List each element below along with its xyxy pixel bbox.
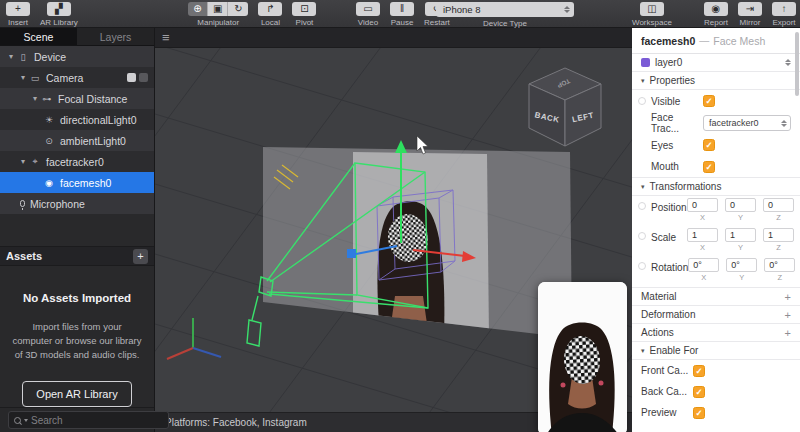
- toolbar-left-group: + Insert ▞ AR Library: [6, 2, 78, 27]
- local-axes-icon: ↱: [266, 4, 274, 14]
- position-x-input[interactable]: 0: [687, 198, 718, 212]
- rotation-z-input[interactable]: 0°: [764, 258, 795, 272]
- face-tracker-select[interactable]: facetracker0: [703, 115, 791, 131]
- scale-x-input[interactable]: 1: [687, 228, 718, 242]
- mirror-button[interactable]: ⇥ Mirror: [738, 2, 762, 27]
- mirror-label: Mirror: [740, 18, 761, 27]
- camera-icon: ▭: [28, 73, 42, 83]
- gizmo-z-handle[interactable]: [347, 249, 356, 258]
- tree-item-device[interactable]: ▾ ▯ Device: [0, 46, 154, 67]
- export-button[interactable]: ↑ Export: [772, 2, 796, 27]
- tree-item-facemesh[interactable]: ◉ facemesh0: [0, 172, 154, 193]
- position-y-input[interactable]: 0: [725, 198, 756, 212]
- tree-item-directional-light[interactable]: ☀ directionalLight0: [0, 109, 154, 130]
- camera-preview-panel[interactable]: [538, 282, 627, 432]
- tree-item-focal-distance[interactable]: ▾ ⊶ Focal Distance: [0, 88, 154, 109]
- scale-binding-dot[interactable]: [638, 232, 646, 240]
- sidebar-tabs: Scene Layers: [0, 28, 154, 46]
- position-label: Position: [651, 202, 687, 213]
- tree-item-facetracker[interactable]: ▾ ⌖ facetracker0: [0, 151, 154, 172]
- tree-item-microphone[interactable]: Microphone: [0, 193, 154, 214]
- pivot-button[interactable]: ⊡ Pivot: [292, 2, 316, 27]
- assets-empty-state: No Assets Imported Import files from you…: [0, 266, 154, 407]
- inspector-title-row: facemesh0 — Face Mesh: [632, 28, 800, 54]
- disclosure-icon[interactable]: ▾: [18, 157, 28, 166]
- manipulator-duplicate-button[interactable]: ▣: [208, 2, 228, 16]
- viewport-menu-icon[interactable]: ≡: [162, 31, 170, 44]
- add-asset-button[interactable]: +: [133, 249, 148, 264]
- pause-button[interactable]: ‖ Pause: [390, 2, 414, 27]
- tree-item-label: facetracker0: [46, 156, 104, 168]
- front-camera-checkbox[interactable]: [693, 365, 705, 377]
- search-input[interactable]: [31, 415, 163, 426]
- deformation-expand-icon[interactable]: +: [785, 309, 791, 321]
- back-camera-checkbox[interactable]: [693, 386, 705, 398]
- toolbar-device-group: iPhone 8 Device Type: [436, 2, 574, 28]
- deformation-section-header[interactable]: Deformation +: [632, 306, 800, 324]
- scale-y-input[interactable]: 1: [725, 228, 756, 242]
- visible-row: Visible: [632, 90, 800, 112]
- visible-checkbox[interactable]: [703, 95, 715, 107]
- title-separator: —: [699, 35, 709, 46]
- disclosure-icon[interactable]: ▾: [18, 73, 28, 82]
- device-type-label: Device Type: [483, 19, 527, 28]
- layer-select[interactable]: layer0: [632, 54, 800, 72]
- top-toolbar: + Insert ▞ AR Library ⊕ ▣ ↻ Manipulator …: [0, 0, 800, 28]
- orientation-cube[interactable]: BACK LEFT TOP: [529, 68, 601, 146]
- rotation-y-input[interactable]: 0°: [726, 258, 757, 272]
- export-label: Export: [772, 18, 795, 27]
- back-camera-badge-icon[interactable]: [139, 73, 148, 82]
- actions-expand-icon[interactable]: +: [785, 327, 791, 339]
- axis-x-label: X: [701, 273, 706, 282]
- properties-section-header[interactable]: ▾ Properties: [632, 72, 800, 90]
- rotation-binding-dot[interactable]: [638, 262, 646, 270]
- tab-scene[interactable]: Scene: [0, 28, 77, 45]
- enable-for-section-header[interactable]: ▾ Enable For: [632, 342, 800, 360]
- scale-z-input[interactable]: 1: [763, 228, 794, 242]
- manipulator-rotate-button[interactable]: ↻: [228, 2, 248, 16]
- video-button[interactable]: ▭ Video: [356, 2, 380, 27]
- manipulator-move-button[interactable]: ⊕: [188, 2, 208, 16]
- device-stepper-icon[interactable]: [564, 6, 570, 13]
- pause-label: Pause: [391, 18, 414, 27]
- tab-layers[interactable]: Layers: [77, 28, 154, 45]
- inspector-scrollbar[interactable]: [795, 32, 799, 96]
- layer-stepper-icon[interactable]: [785, 59, 791, 66]
- rotation-x-input[interactable]: 0°: [688, 258, 719, 272]
- material-expand-icon[interactable]: +: [785, 291, 791, 303]
- manipulator-label: Manipulator: [197, 18, 239, 27]
- device-type-select[interactable]: iPhone 8 Device Type: [436, 2, 574, 28]
- disclosure-icon[interactable]: ▾: [6, 52, 16, 61]
- front-camera-badge-icon[interactable]: [127, 73, 136, 82]
- position-z-input[interactable]: 0: [763, 198, 794, 212]
- axis-z-label: Z: [777, 273, 782, 282]
- viewport-scene[interactable]: BACK LEFT TOP: [155, 48, 632, 412]
- open-ar-library-button[interactable]: Open AR Library: [22, 381, 131, 407]
- viewport-3d[interactable]: ≡: [155, 28, 632, 432]
- transformations-section-header[interactable]: ▾ Transformations: [632, 178, 800, 196]
- actions-section-header[interactable]: Actions +: [632, 324, 800, 342]
- workspace-button[interactable]: ◫ Workspace: [632, 2, 672, 27]
- eyes-checkbox[interactable]: [703, 139, 715, 151]
- tree-item-camera[interactable]: ▾ ▭ Camera: [0, 67, 154, 88]
- insert-button[interactable]: + Insert: [6, 2, 30, 27]
- ar-library-button[interactable]: ▞ AR Library: [40, 2, 78, 27]
- report-button[interactable]: ◉ Report: [704, 2, 728, 27]
- visible-binding-dot[interactable]: [638, 97, 646, 105]
- insert-icon: +: [15, 4, 21, 14]
- search-bar: [0, 407, 154, 432]
- gizmo-y-arrowhead-icon: [395, 140, 407, 153]
- tree-item-ambient-light[interactable]: ⊙ ambientLight0: [0, 130, 154, 151]
- search-field[interactable]: [8, 411, 169, 429]
- local-button[interactable]: ↱ Local: [258, 2, 282, 27]
- axis-z-label: Z: [776, 243, 781, 252]
- export-icon: ↑: [782, 4, 787, 14]
- preview-earring-left: [561, 383, 566, 388]
- position-binding-dot[interactable]: [638, 202, 646, 210]
- disclosure-icon[interactable]: ▾: [30, 94, 40, 103]
- material-section-header[interactable]: Material +: [632, 288, 800, 306]
- preview-checkbox[interactable]: [693, 407, 705, 419]
- mouth-checkbox[interactable]: [703, 161, 715, 173]
- pivot-label: Pivot: [296, 18, 314, 27]
- scene-tree: ▾ ▯ Device ▾ ▭ Camera ▾ ⊶ Focal Distance…: [0, 46, 154, 214]
